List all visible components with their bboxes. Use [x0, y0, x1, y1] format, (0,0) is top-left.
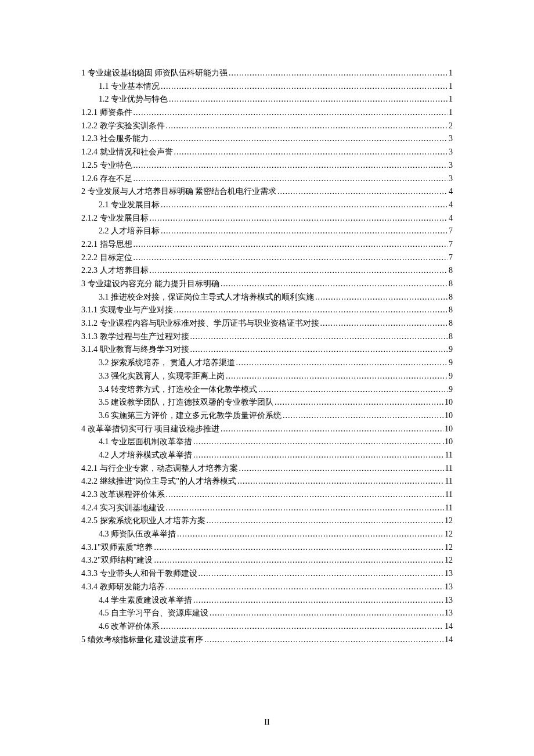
toc-entry[interactable]: 1.2.3 社会服务能力3	[81, 134, 453, 143]
toc-entry[interactable]: 4.1 专业层面机制改革举措.10	[81, 437, 453, 446]
toc-entry-page: .10	[443, 437, 453, 446]
toc-entry-page: 4	[449, 200, 453, 209]
toc-leader-dots	[154, 543, 443, 552]
toc-entry[interactable]: 4.2.1 与行企业专家，动态调整人才培养方案11	[81, 464, 453, 473]
toc-entry-title: 1 专业建设基础稳固 师资队伍科研能力强	[81, 69, 228, 77]
toc-entry[interactable]: 2.1.2 专业发展目标4	[81, 214, 453, 222]
toc-leader-dots	[150, 214, 448, 222]
toc-entry[interactable]: 4.3.2"双师结构"建设12	[81, 556, 453, 564]
toc-entry[interactable]: 4.2.4 实习实训基地建设11	[81, 503, 453, 512]
toc-entry[interactable]: 2.2 人才培养目标7	[81, 226, 453, 235]
toc-entry[interactable]: 4.2 人才培养模式改革举措11	[81, 451, 453, 459]
toc-leader-dots	[166, 490, 444, 499]
toc-entry[interactable]: 3.1.1 实现专业与产业对接8	[81, 305, 453, 314]
toc-entry-page: 3	[449, 134, 453, 143]
toc-entry-title: 2.1 专业发展目标	[99, 200, 160, 209]
toc-entry[interactable]: 3.1.4 职业教育与终身学习对接9	[81, 345, 453, 354]
toc-entry[interactable]: 1 专业建设基础稳固 师资队伍科研能力强1	[81, 69, 453, 77]
toc-leader-dots	[174, 147, 448, 156]
toc-entry-title: 4.2.5 探索系统化职业人才培养方案	[81, 516, 205, 525]
toc-entry-title: 3.6 实施第三方评价，建立多元化教学质量评价系统	[99, 411, 282, 420]
table-of-contents: 1 专业建设基础稳固 师资队伍科研能力强11.1 专业基本情况11.2 专业优势…	[81, 69, 453, 644]
toc-entry-title: 1.2.6 存在不足	[81, 174, 132, 183]
toc-entry[interactable]: 4.5 自主学习平台、资源库建设13	[81, 609, 453, 617]
toc-entry[interactable]: 4.2.2 继续推进"岗位主导式"的人才培养模式11	[81, 477, 453, 485]
toc-leader-dots	[275, 398, 443, 406]
toc-entry-title: 3.3 强化实践育人，实现零距离上岗	[99, 372, 225, 380]
toc-entry[interactable]: 3 专业建设内容充分 能力提升目标明确8	[81, 279, 453, 288]
toc-entry[interactable]: 1.2.4 就业情况和社会声誉3	[81, 147, 453, 156]
toc-leader-dots	[283, 411, 443, 420]
toc-entry-title: 4.6 改革评价体系	[99, 622, 160, 631]
toc-entry-title: 4.3.3 专业带头人和骨干教师建设	[81, 569, 197, 578]
toc-entry-title: 4.3.1"双师素质"培养	[81, 543, 153, 552]
toc-leader-dots	[258, 385, 448, 394]
toc-entry-title: 3.5 建设教学团队，打造德技双馨的专业教学团队	[99, 398, 273, 406]
toc-entry[interactable]: 4.2.3 改革课程评价体系11	[81, 490, 453, 499]
document-page: 1 专业建设基础稳固 师资队伍科研能力强11.1 专业基本情况11.2 专业优势…	[0, 0, 534, 756]
toc-entry[interactable]: 1.2.5 专业特色3	[81, 161, 453, 170]
toc-entry[interactable]: 4.3.3 专业带头人和骨干教师建设13	[81, 569, 453, 578]
toc-entry-page: 8	[449, 319, 453, 327]
toc-entry[interactable]: 3.4 转变培养方式，打造校企一体化教学模式9	[81, 385, 453, 394]
toc-entry[interactable]: 4 改革举措切实可行 项目建设稳步推进10	[81, 424, 453, 433]
toc-entry-page: 1	[449, 108, 453, 117]
toc-entry[interactable]: 3.3 强化实践育人，实现零距离上岗9	[81, 372, 453, 380]
toc-entry[interactable]: 3.1.3 教学过程与生产过程对接8	[81, 332, 453, 341]
toc-entry-title: 4 改革举措切实可行 项目建设稳步推进	[81, 424, 219, 433]
toc-entry[interactable]: 5 绩效考核指标量化 建设进度有序14	[81, 635, 453, 644]
toc-entry[interactable]: 2.2.3 人才培养目标8	[81, 266, 453, 275]
toc-entry-page: 13	[445, 569, 453, 578]
toc-entry-page: 3	[449, 147, 453, 156]
toc-leader-dots	[315, 293, 448, 301]
toc-entry-title: 1.2.1 师资条件	[81, 108, 132, 117]
toc-entry-title: 2 专业发展与人才培养目标明确 紧密结合机电行业需求	[81, 187, 276, 196]
toc-entry-title: 1.2.3 社会服务能力	[81, 134, 149, 143]
toc-entry-title: 2.2 人才培养目标	[99, 226, 160, 235]
toc-entry-page: 3	[449, 161, 453, 170]
toc-entry[interactable]: 3.1.2 专业课程内容与职业标准对接、学历证书与职业资格证书对接8	[81, 319, 453, 327]
toc-entry-page: 1	[449, 82, 453, 91]
toc-entry-title: 1.2.5 专业特色	[81, 161, 132, 170]
toc-entry-title: 4.2.1 与行企业专家，动态调整人才培养方案	[81, 464, 238, 473]
toc-entry-title: 4.2.4 实习实训基地建设	[81, 503, 165, 512]
toc-entry[interactable]: 1.2.6 存在不足3	[81, 174, 453, 183]
toc-entry-title: 3.1.3 教学过程与生产过程对接	[81, 332, 189, 341]
toc-entry[interactable]: 4.2.5 探索系统化职业人才培养方案12	[81, 516, 453, 525]
toc-entry[interactable]: 1.2 专业优势与特色1	[81, 95, 453, 103]
toc-entry-title: 3.1.4 职业教育与终身学习对接	[81, 345, 189, 354]
toc-entry-page: 3	[449, 174, 453, 183]
toc-entry-page: 12	[445, 543, 453, 552]
toc-leader-dots	[320, 319, 448, 327]
toc-entry-page: 11	[445, 464, 453, 473]
toc-entry[interactable]: 1.1 专业基本情况1	[81, 82, 453, 91]
toc-entry[interactable]: 3.5 建设教学团队，打造德技双馨的专业教学团队10	[81, 398, 453, 406]
toc-entry[interactable]: 2.2.2 目标定位7	[81, 253, 453, 262]
toc-leader-dots	[221, 279, 448, 288]
toc-entry-page: 1	[449, 95, 453, 103]
toc-entry[interactable]: 4.3 师资队伍改革举措12	[81, 530, 453, 538]
toc-entry[interactable]: 1.2.2 教学实验实训条件2	[81, 121, 453, 130]
toc-entry[interactable]: 2.1 专业发展目标4	[81, 200, 453, 209]
toc-leader-dots	[134, 161, 448, 170]
toc-leader-dots	[193, 451, 444, 459]
toc-entry-page: 13	[445, 609, 453, 617]
toc-entry[interactable]: 3.6 实施第三方评价，建立多元化教学质量评价系统10	[81, 411, 453, 420]
toc-leader-dots	[236, 358, 448, 367]
toc-entry[interactable]: 3.2 探索系统培养， 贯通人才培养渠道9	[81, 358, 453, 367]
toc-entry[interactable]: 2.2.1 指导思想7	[81, 240, 453, 249]
toc-entry-page: 10	[445, 424, 453, 433]
toc-entry-page: 12	[445, 556, 453, 564]
toc-leader-dots	[161, 82, 448, 91]
toc-entry-page: 4	[449, 214, 453, 222]
toc-entry[interactable]: 4.6 改革评价体系14	[81, 622, 453, 631]
toc-entry[interactable]: 4.4 学生素质建设改革举措13	[81, 596, 453, 604]
toc-entry[interactable]: 4.3.1"双师素质"培养12	[81, 543, 453, 552]
toc-entry-title: 2.1.2 专业发展目标	[81, 214, 149, 222]
toc-entry[interactable]: 3.1 推进校企对接，保证岗位主导式人才培养模式的顺利实施8	[81, 293, 453, 301]
toc-entry[interactable]: 1.2.1 师资条件1	[81, 108, 453, 117]
toc-entry[interactable]: 4.3.4 教师研发能力培养13	[81, 582, 453, 591]
toc-entry[interactable]: 2 专业发展与人才培养目标明确 紧密结合机电行业需求4	[81, 187, 453, 196]
toc-leader-dots	[134, 240, 448, 249]
toc-entry-page: 7	[449, 240, 453, 249]
